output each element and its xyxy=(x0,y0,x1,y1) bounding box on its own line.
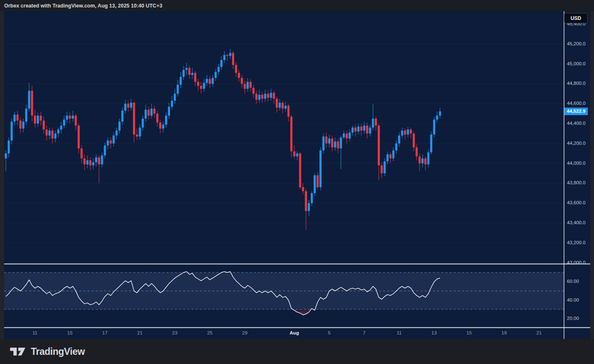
tradingview-logo-link[interactable]: TradingView xyxy=(9,345,85,358)
svg-text:5: 5 xyxy=(328,330,331,335)
svg-text:43,200.0: 43,200.0 xyxy=(567,240,586,245)
svg-text:21: 21 xyxy=(537,330,542,335)
attribution-text: Orbex created with TradingView.com, Aug … xyxy=(0,3,162,9)
currency-toggle-button[interactable]: USD xyxy=(564,13,588,23)
svg-text:44,800.0: 44,800.0 xyxy=(567,81,586,86)
tradingview-chart-page: Orbex created with TradingView.com, Aug … xyxy=(0,0,594,364)
svg-text:29: 29 xyxy=(242,330,248,335)
svg-text:43,000.0: 43,000.0 xyxy=(567,260,586,265)
svg-text:15: 15 xyxy=(467,330,472,335)
svg-text:43,400.0: 43,400.0 xyxy=(567,220,586,225)
svg-text:13: 13 xyxy=(432,330,437,335)
attribution-bar: Orbex created with TradingView.com, Aug … xyxy=(0,0,594,11)
svg-text:44,000.0: 44,000.0 xyxy=(567,161,586,166)
chart-area: 45,400.045,200.045,000.044,800.044,600.0… xyxy=(4,11,590,339)
svg-text:45,000.0: 45,000.0 xyxy=(567,61,586,66)
last-price-label: 44,522.9 xyxy=(564,108,588,115)
svg-text:23: 23 xyxy=(172,330,178,335)
svg-text:43,600.0: 43,600.0 xyxy=(567,200,586,205)
svg-text:Aug: Aug xyxy=(290,330,299,335)
svg-text:11: 11 xyxy=(397,330,402,335)
svg-text:11: 11 xyxy=(32,330,37,335)
svg-text:7: 7 xyxy=(363,330,365,335)
svg-text:21: 21 xyxy=(137,330,143,335)
tradingview-logo-icon xyxy=(9,345,27,358)
svg-text:44,522.9: 44,522.9 xyxy=(567,109,586,114)
svg-text:44,200.0: 44,200.0 xyxy=(567,141,586,146)
svg-text:60.00: 60.00 xyxy=(567,279,579,284)
svg-text:19: 19 xyxy=(502,330,507,335)
svg-text:20.00: 20.00 xyxy=(567,316,579,321)
svg-text:15: 15 xyxy=(67,330,73,335)
svg-text:25: 25 xyxy=(207,330,213,335)
svg-text:45,200.0: 45,200.0 xyxy=(567,41,586,46)
svg-text:43,800.0: 43,800.0 xyxy=(567,180,586,185)
footer-bar: TradingView xyxy=(0,339,594,364)
tradingview-brand-text: TradingView xyxy=(31,346,85,357)
svg-text:40.00: 40.00 xyxy=(567,297,579,302)
svg-text:44,600.0: 44,600.0 xyxy=(567,101,586,106)
svg-text:17: 17 xyxy=(102,330,108,335)
price-chart-canvas[interactable]: 45,400.045,200.045,000.044,800.044,600.0… xyxy=(4,11,590,339)
svg-text:44,400.0: 44,400.0 xyxy=(567,121,586,126)
